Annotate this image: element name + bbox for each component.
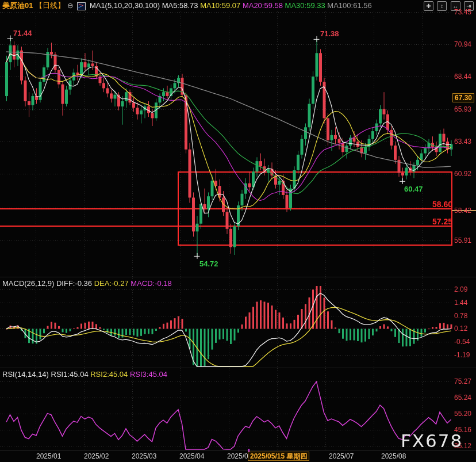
crosshair-date-highlight: 2025/05/15 星期四 (248, 452, 309, 461)
y-axis-label: 68.44 (454, 72, 471, 81)
time-label: 2025/01 (36, 452, 61, 460)
macd-axis-label: 1.44 (454, 299, 467, 307)
y-axis-label: 70.94 (454, 40, 471, 48)
last-price-highlight: 67.30 (452, 93, 474, 102)
macd-axis-label: -1.19 (454, 351, 470, 359)
ma10-value: MA10:59.07 (200, 1, 240, 10)
rsi-axis-label: 75.27 (454, 377, 471, 385)
low-annotation-2: 60.47 (404, 185, 423, 193)
high-annotation-1: 71.44 (13, 29, 32, 37)
watermark: FX678 (401, 430, 463, 451)
rsi1-value: RSI1:45.04 (51, 370, 89, 379)
rsi-axis-label: 65.24 (454, 394, 471, 402)
y-axis-label: 63.43 (454, 138, 471, 146)
ma30-value: MA30:59.33 (285, 1, 325, 10)
symbol-name[interactable]: 美原油01 (2, 1, 33, 10)
rsi2-value: RSI2:45.04 (90, 370, 128, 379)
macd-macd-value: MACD:-0.18 (130, 279, 172, 288)
ma5-value: MA5:58.73 (162, 1, 198, 10)
rsi3-value: RSI3:45.04 (130, 370, 167, 379)
high-annotation-2: 71.38 (320, 29, 339, 38)
y-axis-label: 55.91 (454, 236, 471, 245)
level-label-2[interactable]: 57.25 (432, 217, 452, 226)
time-label: 2025/03 (132, 452, 156, 460)
collapse-icon[interactable]: ⊖ (67, 1, 74, 10)
chart-header: 美原油01 【日线】 ⊖ MA1(5,10,20,30,100) MA5:58.… (2, 1, 372, 10)
macd-diff-value: DIFF:-0.36 (56, 279, 92, 288)
time-label: 2025/02 (84, 452, 109, 460)
macd-axis-label: 0.12 (454, 324, 467, 333)
y-axis-label: 65.93 (454, 105, 471, 113)
low-annotation-1: 54.72 (199, 259, 218, 268)
chart-canvas[interactable] (0, 0, 476, 462)
mini-chart-icon[interactable] (77, 2, 86, 10)
chart-app: 美原油01 【日线】 ⊖ MA1(5,10,20,30,100) MA5:58.… (0, 0, 476, 462)
ma20-value: MA20:59.58 (243, 1, 283, 10)
level-label-1[interactable]: 58.60 (432, 200, 452, 209)
macd-dea-value: DEA:-0.27 (94, 279, 129, 288)
time-label: 2025/04 (179, 452, 204, 460)
pan-icon[interactable]: ✚ (424, 1, 433, 11)
y-axis-label: 73.45 (454, 8, 471, 16)
macd-axis-label: 2.09 (454, 285, 467, 293)
macd-header: MACD(26,12,9) DIFF:-0.36 DEA:-0.27 MACD:… (2, 279, 172, 288)
scale-y-icon[interactable]: ↕ (437, 1, 447, 11)
macd-axis-label: -0.54 (454, 338, 470, 346)
macd-axis-label: 0.78 (454, 312, 467, 320)
time-label: 2025/07 (329, 452, 354, 460)
time-label: 2025/05 (227, 452, 248, 460)
ma100-value: MA100:61.56 (327, 1, 371, 10)
period-selector[interactable]: 【日线】 (35, 1, 65, 10)
rsi-axis-label: 55.20 (454, 410, 471, 418)
ma-settings-label: MA1(5,10,20,30,100) (90, 1, 160, 10)
rsi-title[interactable]: RSI(14,14,14) (2, 370, 49, 379)
y-axis-label: 58.42 (454, 207, 471, 215)
y-axis-label: 60.92 (454, 170, 471, 178)
macd-title[interactable]: MACD(26,12,9) (2, 279, 54, 288)
rsi-header: RSI(14,14,14) RSI1:45.04 RSI2:45.04 RSI3… (2, 370, 167, 379)
time-label: 2025/08 (381, 452, 406, 460)
